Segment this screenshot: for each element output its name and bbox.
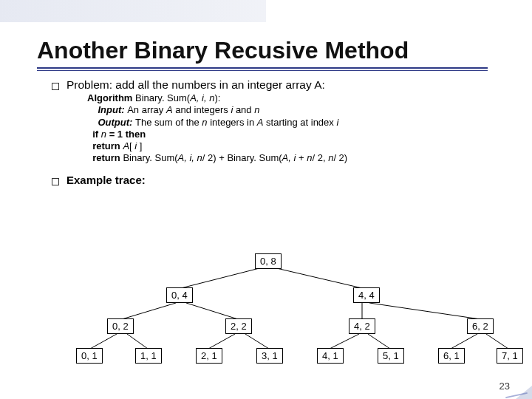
svg-line-13 bbox=[486, 334, 508, 349]
tree-node: 3, 1 bbox=[256, 348, 283, 364]
problem-bullet: Problem: add all the numbers in an integ… bbox=[52, 78, 532, 92]
svg-line-7 bbox=[127, 334, 148, 349]
tree-edges bbox=[0, 251, 532, 384]
tree-node: 6, 2 bbox=[467, 318, 494, 334]
problem-text: Problem: add all the numbers in an integ… bbox=[66, 78, 325, 92]
svg-line-6 bbox=[90, 334, 117, 349]
tree-node: 2, 2 bbox=[225, 318, 252, 334]
svg-line-5 bbox=[369, 303, 480, 319]
example-bullet: Example trace: bbox=[52, 174, 532, 186]
svg-line-12 bbox=[451, 334, 477, 349]
svg-line-10 bbox=[330, 334, 359, 349]
top-banner bbox=[0, 0, 266, 22]
corner-decoration bbox=[495, 369, 532, 399]
svg-line-11 bbox=[368, 334, 390, 349]
tree-node: 6, 1 bbox=[438, 348, 465, 364]
svg-line-3 bbox=[186, 303, 238, 319]
svg-line-0 bbox=[181, 267, 262, 288]
tree-diagram: 0, 8 0, 4 4, 4 0, 2 2, 2 4, 2 6, 2 0, 1 … bbox=[0, 251, 532, 384]
tree-node: 4, 2 bbox=[349, 318, 375, 334]
tree-node: 5, 1 bbox=[378, 348, 404, 364]
svg-line-1 bbox=[273, 267, 362, 288]
content-area: Problem: add all the numbers in an integ… bbox=[52, 78, 532, 186]
tree-node: 7, 1 bbox=[497, 348, 523, 364]
tree-node: 0, 2 bbox=[107, 318, 134, 334]
tree-node: 2, 1 bbox=[196, 348, 222, 364]
tree-node: 4, 1 bbox=[317, 348, 344, 364]
bullet-icon bbox=[52, 178, 59, 185]
example-label: Example trace: bbox=[66, 174, 146, 186]
slide-title: Another Binary Recusive Method bbox=[37, 37, 532, 64]
svg-line-2 bbox=[122, 303, 176, 319]
svg-line-9 bbox=[245, 334, 269, 349]
tree-node: 4, 4 bbox=[353, 287, 380, 303]
tree-node: 0, 4 bbox=[166, 287, 193, 303]
title-underline bbox=[37, 67, 488, 71]
svg-line-8 bbox=[208, 334, 235, 349]
tree-node: 0, 1 bbox=[76, 348, 103, 364]
bullet-icon bbox=[52, 83, 59, 90]
tree-node: 0, 8 bbox=[255, 253, 282, 269]
tree-node: 1, 1 bbox=[135, 348, 162, 364]
algorithm-block: Algorithm Binary. Sum(A, i, n): Input: A… bbox=[87, 92, 532, 165]
